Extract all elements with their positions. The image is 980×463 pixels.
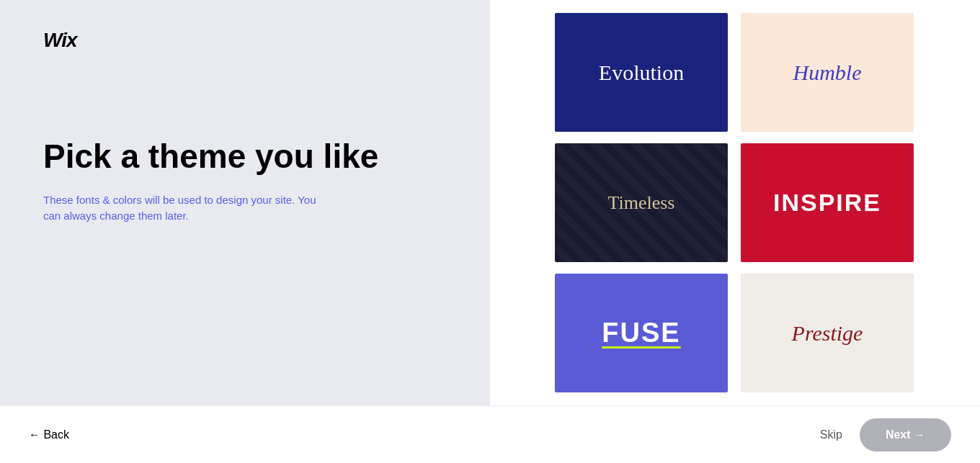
wix-logo: Wix (43, 29, 447, 52)
theme-card-timeless[interactable]: Timeless (555, 143, 728, 262)
theme-label-humble: Humble (793, 60, 862, 85)
page-heading: Pick a theme you like (43, 138, 447, 175)
theme-label-timeless: Timeless (608, 192, 675, 214)
theme-label-inspire: INSPIRE (773, 189, 881, 217)
theme-label-prestige: Prestige (792, 321, 863, 346)
theme-label-evolution: Evolution (599, 60, 684, 85)
theme-card-fuse[interactable]: FUSE (555, 274, 728, 392)
page-subtext: These fonts & colors will be used to des… (43, 192, 317, 225)
logo-text: Wix (43, 29, 77, 51)
theme-card-prestige[interactable]: Prestige (741, 274, 914, 392)
theme-card-evolution[interactable]: Evolution (555, 13, 728, 132)
footer-right: Skip Next → (820, 418, 951, 451)
right-panel: Evolution Humble Timeless INSPIRE FUSE P… (490, 0, 980, 405)
skip-button[interactable]: Skip (820, 428, 842, 441)
next-button[interactable]: Next → (860, 418, 951, 451)
footer: ← Back Skip Next → (0, 405, 980, 463)
theme-grid: Evolution Humble Timeless INSPIRE FUSE P… (555, 13, 915, 392)
theme-label-fuse: FUSE (602, 318, 680, 349)
left-panel: Wix Pick a theme you like These fonts & … (0, 0, 490, 405)
main-layout: Wix Pick a theme you like These fonts & … (0, 0, 980, 405)
theme-card-inspire[interactable]: INSPIRE (741, 143, 914, 262)
theme-card-humble[interactable]: Humble (741, 13, 914, 132)
back-button[interactable]: ← Back (29, 428, 69, 441)
